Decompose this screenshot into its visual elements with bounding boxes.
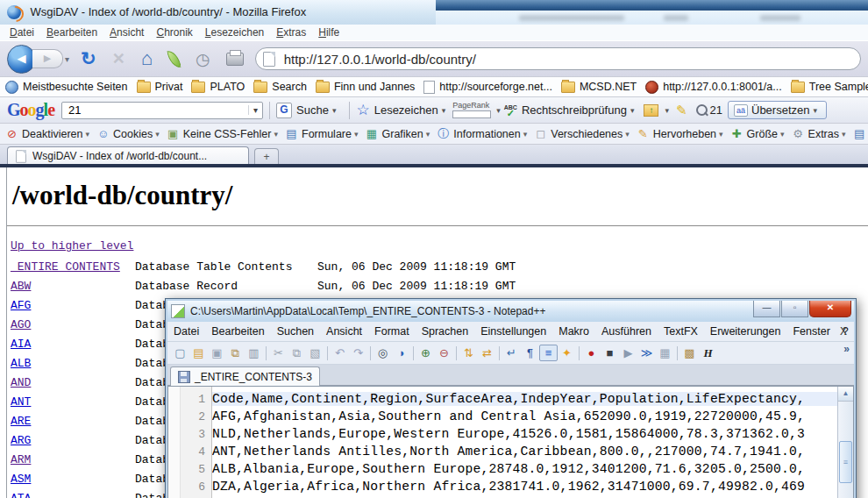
toolbar-overflow-chevron[interactable]: » [843,343,850,355]
open-file-icon[interactable]: ▤ [189,345,208,361]
print-button[interactable] [226,53,244,66]
bookmark-item[interactable]: Search [253,81,307,93]
google-search-box[interactable]: ▾ [61,102,263,119]
webdev-item[interactable]: ✚Größe▾ [730,127,785,140]
forward-button[interactable]: ▶ [32,49,63,68]
webdev-item[interactable]: ⓘInformationen▾ [437,126,527,142]
row-name-link[interactable]: AIA [11,338,31,351]
doc-switcher-icon[interactable]: ▩ [680,345,699,361]
record-macro-icon[interactable]: ● [582,345,601,361]
minimize-button[interactable]: — [753,301,780,317]
bookmark-item[interactable]: http://127.0.0.1:8001/a... [645,81,782,94]
row-name-link[interactable]: ALB [11,357,31,370]
chevron-down-icon[interactable]: ▾ [719,130,723,139]
npp-menu-item[interactable]: Einstellungen [474,322,552,341]
bookmark-item[interactable]: http://sourceforge.net... [423,81,552,94]
npp-close-document-button[interactable]: X [840,325,847,338]
save-icon[interactable]: ▣ [208,345,226,361]
firefox-menu-item[interactable]: Bearbeiten [40,25,103,40]
function-completion-icon[interactable]: ✦ [558,345,576,361]
chevron-down-icon[interactable]: ▾ [85,130,89,139]
sync-vertical-icon[interactable]: ⇅ [459,345,478,361]
chevron-down-icon[interactable]: ▾ [523,130,528,139]
row-name-link[interactable]: ABW [11,280,31,293]
sage-feed-icon[interactable] [167,49,181,69]
chevron-down-icon[interactable]: ▾ [496,106,501,115]
npp-menu-item[interactable]: Format [368,322,416,341]
close-button[interactable]: ✕ [809,301,851,317]
code-line[interactable]: 5ALB,Albania,Europe,Southern Europe,2874… [168,460,838,478]
chevron-down-icon[interactable]: ▾ [842,130,846,139]
run-macro-multiple-icon[interactable]: ≫ [637,345,656,361]
npp-editor[interactable]: 1Code,Name,Continent,Region,SurfaceArea,… [167,386,854,498]
npp-menu-item[interactable]: Makro [552,322,595,341]
address-input[interactable] [282,51,853,68]
copy-icon[interactable]: ⧉ [288,345,306,361]
google-search-input[interactable] [67,103,248,117]
save-all-icon[interactable]: ⧉ [226,345,245,361]
bookmark-item[interactable]: Tree Samples [791,81,868,93]
google-search-button[interactable]: G Suche ▾ [276,103,339,118]
history-clock-icon[interactable]: ◷ [196,49,210,69]
up-to-higher-level-link[interactable]: Up to higher level [11,239,133,253]
chevron-down-icon[interactable]: ▾ [630,106,635,115]
row-name-link[interactable]: AFG [11,299,31,312]
magnifier-icon[interactable] [696,104,708,116]
bookmark-item[interactable]: MCSD.NET [561,81,637,93]
chevron-down-icon[interactable]: ▾ [780,130,785,139]
scroll-up-arrow-icon[interactable]: ▲ [838,387,853,402]
reload-button[interactable]: ↻ [81,48,96,69]
bookmark-item[interactable]: Finn und Jannes [316,81,415,93]
row-name-link[interactable]: ANT [11,395,31,409]
webdev-item[interactable]: ▤Formulare▾ [285,127,359,140]
spellcheck-button[interactable]: ABC ✓ Rechtschreibprüfung ▾ [504,103,638,117]
zoom-in-icon[interactable]: ⊕ [416,345,435,361]
webdev-item[interactable]: ☺Cookies▾ [96,127,160,140]
row-name-link[interactable]: ATA [11,492,31,498]
paste-icon[interactable]: ▧ [306,345,324,361]
npp-menu-item[interactable]: Suchen [271,322,320,341]
tab-wsgidav[interactable]: WsgiDAV - Index of /world-db/count... [7,146,249,165]
firefox-menu-item[interactable]: Lesezeichen [199,25,270,40]
code-area[interactable]: 1Code,Name,Continent,Region,SurfaceArea,… [168,390,838,495]
stop-macro-icon[interactable]: ■ [601,345,619,361]
restore-button[interactable]: ▫ [781,301,808,317]
npp-menu-item[interactable]: Fenster [786,322,836,341]
row-name-link[interactable]: ARG [11,434,31,447]
bookmark-item[interactable]: PLATO [191,81,245,93]
chevron-down-icon[interactable]: ▾ [442,106,446,115]
npp-menu-item[interactable]: Sprachen [416,322,475,341]
webdev-item[interactable]: ✎Hervorheben▾ [637,127,723,140]
indent-guide-icon[interactable]: ≡ [539,345,558,361]
bookmark-item[interactable]: Meistbesuchte Seiten [5,81,128,94]
undo-icon[interactable]: ↶ [331,345,349,361]
npp-titlebar[interactable]: C:\Users\Martin\AppData\Local\Temp\_ENTI… [167,301,854,322]
firefox-menu-item[interactable]: Datei [4,25,40,40]
row-name-link[interactable]: ASM [11,473,31,486]
chevron-down-icon[interactable]: ▾ [155,130,160,139]
firefox-menu-item[interactable]: Hilfe [312,25,345,40]
address-bar[interactable] [255,47,861,70]
npp-menu-item[interactable]: Erweiterungen [704,322,787,341]
firefox-menu-item[interactable]: Chronik [150,25,198,40]
hex-editor-icon[interactable]: H [699,345,717,361]
show-all-chars-icon[interactable]: ¶ [521,345,539,361]
code-line[interactable]: 6DZA,Algeria,Africa,Northern Africa,2381… [168,478,838,495]
firefox-menu-item[interactable]: Extras [270,25,312,40]
code-line[interactable]: 2AFG,Afghanistan,Asia,Southern and Centr… [168,408,838,425]
webdev-item[interactable]: ⚙Extras▾ [792,127,846,140]
find-icon[interactable]: ◎ [374,345,392,361]
row-name-link[interactable]: ARE [11,415,31,428]
vertical-scrollbar[interactable]: ▲ ≡ [837,387,853,498]
notepad-plus-plus-window[interactable]: C:\Users\Martin\AppData\Local\Temp\_ENTI… [165,298,857,498]
npp-menu-item[interactable]: TextFX [658,322,704,341]
webdev-item[interactable]: ▤Quelltext▾ [853,127,868,140]
zoom-out-icon[interactable]: ⊖ [435,345,453,361]
new-tab-button[interactable]: + [254,148,279,166]
webdev-item[interactable]: ◻Verschiedenes▾ [534,127,630,140]
autofill-button[interactable]: ↑ [644,104,658,117]
chevron-down-icon[interactable]: ▾ [813,106,817,115]
highlighter-icon[interactable]: ✎ [676,103,687,118]
chevron-down-icon[interactable]: ▾ [274,130,278,139]
google-bookmarks-button[interactable]: ☆ Lesezeichen ▾ [356,101,449,119]
